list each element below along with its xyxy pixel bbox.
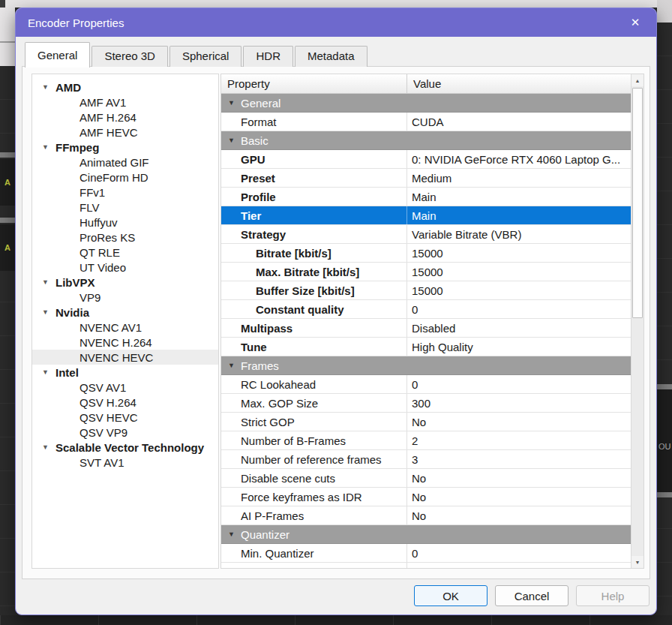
property-value[interactable]: Main [407, 206, 631, 224]
property-row-max-bitrate-kbit-s[interactable]: Max. Bitrate [kbit/s]15000 [221, 263, 631, 281]
property-row-tier[interactable]: TierMain [221, 206, 631, 225]
tree-item-nvenc-h-264[interactable]: NVENC H.264 [32, 335, 218, 350]
property-row-multipass[interactable]: MultipassDisabled [221, 319, 631, 338]
property-value[interactable]: No [407, 469, 631, 487]
tree-item-svt-av1[interactable]: SVT AV1 [32, 455, 218, 470]
property-row-rc-lookahead[interactable]: RC Lookahead0 [221, 375, 631, 394]
chevron-down-icon[interactable]: ▼ [42, 278, 56, 286]
tree-item-amf-hevc[interactable]: AMF HEVC [32, 125, 218, 140]
tree-item-huffyuv[interactable]: Huffyuv [32, 215, 218, 230]
property-row-strict-gop[interactable]: Strict GOPNo [221, 413, 631, 431]
property-value[interactable]: 0 [407, 375, 631, 393]
property-row-min-quantizer[interactable]: Min. Quantizer0 [221, 544, 631, 563]
vertical-scrollbar[interactable]: ▲ ▼ [631, 74, 644, 568]
tree-group-nvidia[interactable]: ▼Nvidia [32, 305, 218, 320]
property-value[interactable]: Variable Bitrate (VBR) [407, 225, 631, 243]
property-name[interactable]: GPU [221, 150, 407, 168]
tree-item-amf-h-264[interactable]: AMF H.264 [32, 110, 218, 125]
property-name[interactable]: Buffer Size [kbit/s] [221, 281, 407, 299]
tab-spherical[interactable]: Spherical [170, 46, 242, 67]
property-row-ai-p-frames[interactable]: AI P-FramesNo [221, 506, 631, 525]
property-row-number-of-reference-frames[interactable]: Number of reference frames3 [221, 450, 631, 469]
property-row-bitrate-kbit-s[interactable]: Bitrate [kbit/s]15000 [221, 244, 631, 263]
property-value[interactable]: No [407, 506, 631, 524]
property-value[interactable]: 3 [407, 450, 631, 468]
property-row-buffer-size-kbit-s[interactable]: Buffer Size [kbit/s]15000 [221, 281, 631, 300]
collapse-triangle-icon[interactable]: ▼ [228, 362, 241, 369]
property-name[interactable]: Profile [221, 188, 407, 206]
property-name[interactable]: Format [221, 113, 407, 131]
column-header-value[interactable]: Value [407, 74, 631, 93]
property-row-max-gop-size[interactable]: Max. GOP Size300 [221, 394, 631, 413]
tree-item-qsv-av1[interactable]: QSV AV1 [32, 380, 218, 395]
property-value[interactable]: 15000 [407, 263, 631, 281]
property-name[interactable] [221, 563, 407, 568]
property-value[interactable]: CUDA [407, 113, 631, 131]
property-value[interactable]: Medium [407, 169, 631, 187]
property-value[interactable]: 2 [407, 431, 631, 449]
dialog-titlebar[interactable]: Encoder Properties ✕ [16, 8, 656, 37]
property-row-row[interactable] [221, 563, 631, 568]
scroll-down-icon[interactable]: ▼ [632, 556, 644, 568]
property-row-profile[interactable]: ProfileMain [221, 188, 631, 206]
chevron-down-icon[interactable]: ▼ [42, 368, 56, 376]
property-row-gpu[interactable]: GPU0: NVIDIA GeForce RTX 4060 Laptop G..… [221, 150, 631, 169]
property-value[interactable]: 15000 [407, 281, 631, 299]
tab-stereo-3d[interactable]: Stereo 3D [92, 46, 168, 67]
tree-item-prores-ks[interactable]: ProRes KS [32, 230, 218, 245]
property-name[interactable]: Min. Quantizer [221, 544, 407, 562]
tab-hdr[interactable]: HDR [243, 46, 293, 67]
property-value[interactable]: No [407, 413, 631, 431]
collapse-triangle-icon[interactable]: ▼ [228, 530, 241, 538]
group-row-quantizer[interactable]: ▼Quantizer [221, 525, 631, 544]
tree-group-amd[interactable]: ▼AMD [32, 80, 218, 95]
tree-item-ffv1[interactable]: FFv1 [32, 185, 218, 200]
property-value[interactable]: 300 [407, 394, 631, 412]
property-row-strategy[interactable]: StrategyVariable Bitrate (VBR) [221, 225, 631, 244]
close-icon[interactable]: ✕ [626, 14, 644, 32]
property-name[interactable]: Multipass [221, 319, 407, 337]
tree-item-qsv-hevc[interactable]: QSV HEVC [32, 410, 218, 425]
property-name[interactable]: Bitrate [kbit/s] [221, 244, 407, 262]
tree-group-ffmpeg[interactable]: ▼FFmpeg [32, 140, 218, 155]
tree-group-intel[interactable]: ▼Intel [32, 365, 218, 380]
chevron-down-icon[interactable]: ▼ [42, 308, 56, 316]
property-row-format[interactable]: FormatCUDA [221, 113, 631, 131]
property-value[interactable]: No [407, 488, 631, 506]
property-name[interactable]: Force keyframes as IDR [221, 488, 407, 506]
property-name[interactable]: AI P-Frames [221, 506, 407, 524]
tree-item-nvenc-av1[interactable]: NVENC AV1 [32, 320, 218, 335]
property-name[interactable]: Max. GOP Size [221, 394, 407, 412]
tree-item-flv[interactable]: FLV [32, 200, 218, 215]
property-value[interactable]: 0: NVIDIA GeForce RTX 4060 Laptop G... [407, 150, 631, 168]
scrollbar-thumb[interactable] [632, 88, 643, 318]
property-value[interactable]: 0 [407, 544, 631, 562]
property-name[interactable]: Preset [221, 169, 407, 187]
property-name[interactable]: Strategy [221, 225, 407, 243]
tree-item-animated-gif[interactable]: Animated GIF [32, 155, 218, 170]
property-name[interactable]: Max. Bitrate [kbit/s] [221, 263, 407, 281]
collapse-triangle-icon[interactable]: ▼ [228, 99, 241, 107]
tree-item-amf-av1[interactable]: AMF AV1 [32, 95, 218, 110]
property-value[interactable] [407, 563, 631, 568]
property-value[interactable]: High Quality [407, 338, 631, 356]
property-row-force-keyframes-as-idr[interactable]: Force keyframes as IDRNo [221, 488, 631, 506]
property-name[interactable]: Number of reference frames [221, 450, 407, 468]
chevron-down-icon[interactable]: ▼ [42, 443, 56, 451]
property-value[interactable]: Disabled [407, 319, 631, 337]
tree-item-qsv-h-264[interactable]: QSV H.264 [32, 395, 218, 410]
scroll-up-icon[interactable]: ▲ [632, 74, 644, 86]
tree-item-nvenc-hevc[interactable]: NVENC HEVC [32, 350, 218, 365]
scrollbar-track[interactable] [632, 86, 644, 556]
property-name[interactable]: Tier [221, 206, 407, 224]
property-row-tune[interactable]: TuneHigh Quality [221, 338, 631, 356]
tree-item-qsv-vp9[interactable]: QSV VP9 [32, 425, 218, 440]
property-row-preset[interactable]: PresetMedium [221, 169, 631, 188]
tree-item-vp9[interactable]: VP9 [32, 290, 218, 305]
property-value[interactable]: 0 [407, 300, 631, 318]
collapse-triangle-icon[interactable]: ▼ [228, 137, 241, 144]
property-name[interactable]: Number of B-Frames [221, 431, 407, 449]
tree-item-cineform-hd[interactable]: CineForm HD [32, 170, 218, 185]
group-row-frames[interactable]: ▼Frames [221, 356, 631, 375]
property-name[interactable]: Constant quality [221, 300, 407, 318]
